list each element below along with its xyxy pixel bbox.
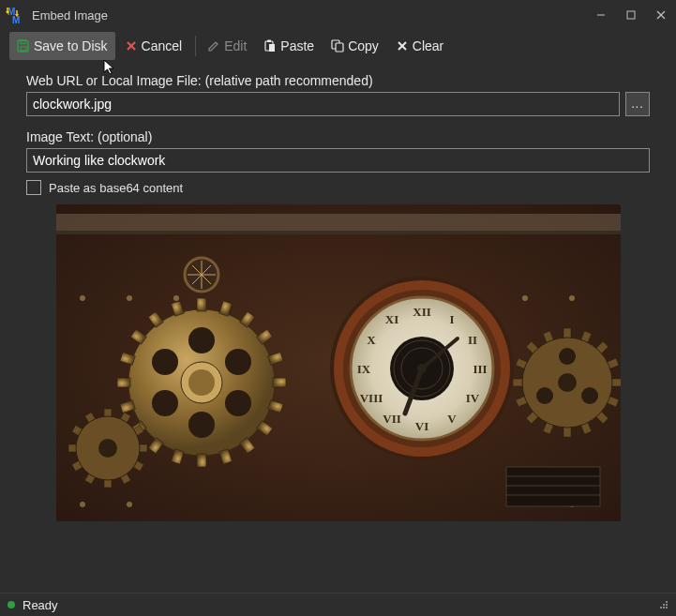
svg-point-27 xyxy=(80,502,85,507)
paste-label: Paste xyxy=(280,38,314,53)
content-area: Web URL or Local Image File: (relative p… xyxy=(0,62,676,593)
svg-rect-14 xyxy=(269,44,275,52)
svg-rect-126 xyxy=(663,607,665,608)
svg-text:XI: XI xyxy=(384,312,398,326)
image-text-label: Image Text: (optional) xyxy=(26,129,650,144)
toolbar-separator xyxy=(195,36,196,56)
edit-icon xyxy=(207,39,220,53)
svg-rect-127 xyxy=(666,604,668,606)
url-field-label: Web URL or Local Image File: (relative p… xyxy=(26,73,650,88)
resize-grip-icon[interactable] xyxy=(657,598,668,612)
save-label: Save to Disk xyxy=(34,38,108,53)
svg-text:M: M xyxy=(12,15,20,24)
svg-rect-4 xyxy=(627,11,635,19)
svg-point-24 xyxy=(173,295,179,301)
cancel-button[interactable]: Cancel xyxy=(117,32,190,60)
browse-button[interactable]: ... xyxy=(625,92,650,116)
svg-text:II: II xyxy=(467,333,476,347)
window-title: Embed Image xyxy=(30,8,586,23)
embed-image-dialog: M M Embed Image S xyxy=(0,0,676,616)
svg-point-96 xyxy=(559,348,576,365)
svg-text:VIII: VIII xyxy=(359,391,383,405)
status-indicator-icon xyxy=(8,601,15,608)
svg-point-39 xyxy=(225,390,251,416)
clear-label: Clear xyxy=(413,38,443,53)
svg-point-64 xyxy=(188,369,215,396)
svg-point-38 xyxy=(225,349,251,375)
save-button[interactable]: Save to Disk xyxy=(9,32,115,60)
status-text: Ready xyxy=(23,598,58,612)
svg-point-25 xyxy=(522,295,528,301)
image-text-input[interactable] xyxy=(26,148,650,173)
toolbar: Save to Disk Cancel Edit Paste Copy xyxy=(0,30,676,62)
app-icon: M M xyxy=(6,6,24,24)
edit-label: Edit xyxy=(224,38,247,53)
base64-checkbox[interactable] xyxy=(26,180,41,195)
svg-rect-129 xyxy=(663,604,665,606)
window-controls xyxy=(586,0,676,30)
svg-point-28 xyxy=(127,502,132,507)
paste-icon xyxy=(263,39,277,53)
clear-button[interactable]: Clear xyxy=(388,32,451,60)
svg-rect-130 xyxy=(666,601,668,603)
cancel-label: Cancel xyxy=(142,38,183,53)
svg-rect-121 xyxy=(506,467,600,506)
base64-checkbox-label: Paste as base64 content xyxy=(49,181,183,195)
edit-button: Edit xyxy=(200,32,254,60)
svg-text:IV: IV xyxy=(465,391,479,405)
minimize-button[interactable] xyxy=(586,0,616,30)
svg-point-120 xyxy=(417,364,427,373)
svg-text:I: I xyxy=(449,312,454,326)
svg-point-22 xyxy=(80,295,85,301)
svg-text:VII: VII xyxy=(383,412,401,426)
svg-text:X: X xyxy=(367,333,376,347)
url-input[interactable] xyxy=(26,92,620,116)
svg-rect-53 xyxy=(197,454,206,467)
statusbar: Ready xyxy=(0,593,676,616)
svg-point-23 xyxy=(127,295,132,301)
svg-point-40 xyxy=(188,412,215,438)
close-button[interactable] xyxy=(646,0,676,30)
svg-rect-16 xyxy=(336,43,343,52)
svg-rect-58 xyxy=(117,378,130,387)
svg-point-41 xyxy=(152,390,178,416)
svg-text:III: III xyxy=(473,362,487,376)
svg-text:V: V xyxy=(447,412,457,426)
image-preview: XII I II III IV V VI VII VIII IX X XI xyxy=(56,204,621,521)
svg-text:XII: XII xyxy=(413,305,431,319)
svg-rect-7 xyxy=(21,41,25,44)
save-icon xyxy=(17,39,30,53)
svg-point-26 xyxy=(569,295,575,301)
copy-icon xyxy=(331,39,344,53)
svg-point-98 xyxy=(536,387,553,404)
svg-rect-48 xyxy=(273,378,286,387)
svg-rect-21 xyxy=(56,231,621,234)
svg-text:IX: IX xyxy=(356,362,370,376)
svg-text:VI: VI xyxy=(414,419,428,433)
copy-label: Copy xyxy=(348,38,379,53)
svg-point-42 xyxy=(152,349,178,375)
svg-point-78 xyxy=(98,439,117,458)
svg-rect-43 xyxy=(197,298,206,311)
svg-rect-8 xyxy=(21,47,26,51)
cancel-icon xyxy=(125,39,138,53)
paste-button[interactable]: Paste xyxy=(256,32,322,60)
maximize-button[interactable] xyxy=(616,0,646,30)
svg-rect-13 xyxy=(267,40,271,43)
svg-rect-128 xyxy=(660,607,662,608)
svg-point-37 xyxy=(188,327,215,353)
svg-rect-125 xyxy=(666,607,668,608)
clear-icon xyxy=(396,39,409,53)
copy-button[interactable]: Copy xyxy=(323,32,386,60)
titlebar: M M Embed Image xyxy=(0,0,676,30)
svg-point-97 xyxy=(581,387,598,404)
svg-point-99 xyxy=(558,373,577,392)
